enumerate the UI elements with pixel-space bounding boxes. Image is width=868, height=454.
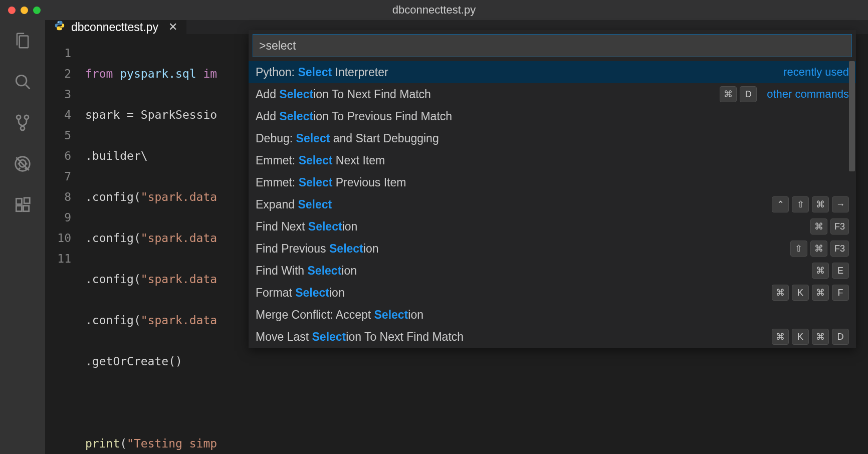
command-palette-item[interactable]: Python: Select Interpreterrecently used (249, 61, 856, 83)
python-file-icon (54, 20, 65, 34)
window-title: dbconnecttest.py (392, 4, 476, 17)
tab-label: dbconnecttest.py (71, 21, 158, 34)
command-label: Emmet: Select Previous Item (256, 176, 849, 189)
extensions-icon[interactable] (12, 194, 33, 215)
keycap: ⌃ (772, 196, 789, 212)
command-palette-item[interactable]: Find Next Selection⌘F3 (249, 215, 856, 238)
source-control-icon[interactable] (12, 112, 33, 133)
meta-recently-used: recently used (783, 66, 849, 79)
command-label: Find Next Selection (256, 220, 802, 234)
keycap: ⌘ (810, 218, 827, 235)
keycap: K (792, 329, 809, 345)
command-label: Debug: Select and Start Debugging (256, 132, 849, 145)
keycap: ⌘ (772, 285, 789, 301)
keycap: ⌘ (810, 241, 827, 257)
command-label: Move Last Selection To Next Find Match (256, 330, 764, 344)
command-label: Python: Select Interpreter (256, 66, 773, 79)
keybinding: ⇧⌘F3 (790, 241, 849, 257)
keycap: D (832, 329, 849, 345)
keycap: ⌘ (812, 196, 829, 212)
command-label: Expand Select (256, 198, 764, 211)
command-label: Find Previous Selection (256, 242, 782, 256)
close-window-button[interactable] (8, 7, 16, 14)
svg-point-11 (61, 29, 62, 30)
keycap: ⇧ (790, 241, 807, 257)
keycap: E (832, 263, 849, 279)
keycap: ⌘ (812, 263, 829, 279)
window-controls (0, 7, 41, 14)
explorer-icon[interactable] (12, 30, 33, 51)
maximize-window-button[interactable] (33, 7, 41, 14)
keycap: D (740, 86, 757, 102)
svg-rect-6 (16, 198, 22, 204)
keybinding: ⌘K⌘F (772, 285, 849, 301)
command-label: Add Selection To Next Find Match (256, 88, 712, 101)
command-palette-item[interactable]: Move Last Selection To Next Find Match⌘K… (249, 326, 856, 348)
keycap: K (792, 285, 809, 301)
command-palette-item[interactable]: Find With Selection⌘E (249, 260, 856, 282)
command-label: Find With Selection (256, 264, 804, 278)
command-palette-item[interactable]: Format Selection⌘K⌘F (249, 282, 856, 304)
keycap: ⌘ (812, 329, 829, 345)
meta-other-commands: other commands (767, 88, 849, 101)
command-palette-item[interactable]: Expand Select⌃⇧⌘→ (249, 193, 856, 215)
svg-point-0 (16, 75, 27, 86)
svg-point-4 (21, 126, 25, 130)
keycap: ⇧ (792, 196, 809, 212)
svg-point-2 (17, 115, 21, 119)
tab-dbconnecttest[interactable]: dbconnecttest.py ✕ (45, 20, 186, 34)
command-palette-item[interactable]: Debug: Select and Start Debugging (249, 127, 856, 149)
keycap: ⌘ (772, 329, 789, 345)
command-palette-item[interactable]: Emmet: Select Previous Item (249, 171, 856, 193)
activity-bar (0, 20, 45, 454)
command-palette-input[interactable] (253, 34, 852, 57)
keybinding: ⌘F3 (810, 218, 849, 235)
command-palette-item[interactable]: Add Selection To Next Find Match⌘Dother … (249, 83, 856, 105)
svg-rect-7 (16, 206, 22, 211)
keycap: ⌘ (720, 86, 737, 102)
command-palette-item[interactable]: Merge Conflict: Accept Selection (249, 304, 856, 326)
svg-point-10 (58, 22, 59, 23)
command-label: Add Selection To Previous Find Match (256, 110, 849, 123)
keybinding: ⌃⇧⌘→ (772, 196, 849, 212)
keybinding: ⌘E (812, 263, 849, 279)
keybinding: ⌘D (720, 86, 757, 102)
keycap: F (832, 285, 849, 301)
keycap: → (832, 196, 849, 212)
svg-point-3 (25, 115, 29, 119)
keycap: ⌘ (812, 285, 829, 301)
svg-rect-8 (24, 206, 29, 211)
search-icon[interactable] (12, 71, 33, 92)
command-palette-item[interactable]: Find Previous Selection⇧⌘F3 (249, 238, 856, 260)
line-gutter: 1 2 3 4 5 6 7 8 9 10 11 (45, 43, 85, 454)
command-label: Merge Conflict: Accept Selection (256, 308, 849, 322)
command-palette-list: Python: Select Interpreterrecently usedA… (249, 61, 856, 348)
minimize-window-button[interactable] (21, 7, 28, 14)
keybinding: ⌘K⌘D (772, 329, 849, 345)
command-palette: Python: Select Interpreterrecently usedA… (249, 30, 856, 348)
command-label: Format Selection (256, 286, 764, 300)
scrollbar-thumb[interactable] (849, 61, 855, 171)
svg-rect-9 (24, 198, 30, 203)
title-bar: dbconnecttest.py (0, 0, 868, 20)
command-label: Emmet: Select Next Item (256, 154, 849, 167)
keycap: F3 (830, 241, 849, 257)
close-tab-icon[interactable]: ✕ (168, 21, 177, 34)
command-palette-item[interactable]: Add Selection To Previous Find Match (249, 105, 856, 127)
svg-line-1 (26, 85, 30, 89)
keycap: F3 (830, 218, 849, 235)
debug-icon[interactable] (12, 153, 33, 174)
command-palette-item[interactable]: Emmet: Select Next Item (249, 149, 856, 171)
